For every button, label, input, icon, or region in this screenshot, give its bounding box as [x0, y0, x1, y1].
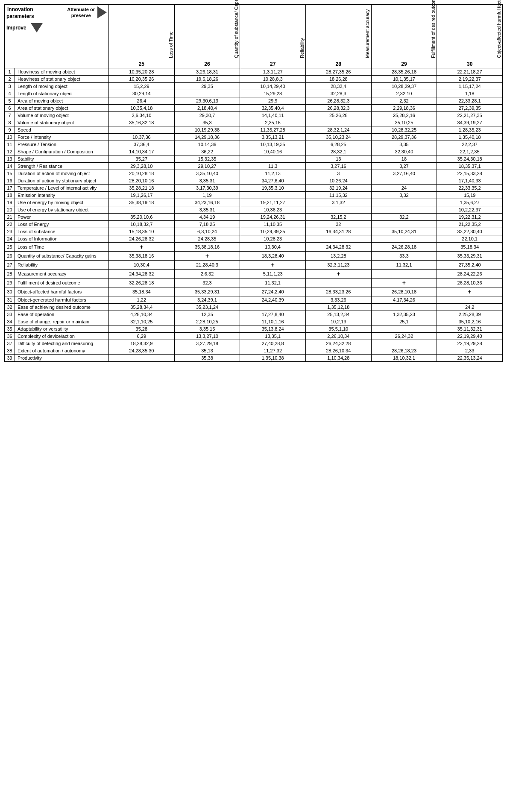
matrix-cell: 35,18,34: [437, 243, 503, 252]
matrix-cell: [371, 340, 437, 347]
row-number: 27: [5, 261, 15, 270]
matrix-cell: 10,14,29,40: [240, 83, 306, 90]
matrix-cell: 6,28,25: [305, 141, 371, 148]
matrix-cell: 21,28,40,3: [174, 261, 240, 270]
table-row: 11Pressure / Tension37,36,410,14,3610,13…: [5, 141, 503, 148]
col-header-30: Object-affected harmful factors: [437, 5, 503, 60]
matrix-cell: 22,10,1: [437, 235, 503, 243]
row-number: 24: [5, 235, 15, 243]
down-arrow-icon: [31, 23, 43, 32]
col-num-29: 29: [371, 60, 437, 68]
matrix-cell: 1,3,11,27: [240, 68, 306, 76]
matrix-cell: 10,2,13: [305, 318, 371, 325]
matrix-cell: 25,13,2,34: [305, 311, 371, 318]
matrix-cell: 29,9: [240, 97, 306, 105]
matrix-cell: 21,22,35,2: [437, 221, 503, 228]
matrix-cell: 24,2,40,39: [240, 296, 306, 304]
matrix-cell: 1,35,40,18: [437, 134, 503, 141]
row-label: Use of energy by moving object: [15, 199, 109, 206]
matrix-cell: +: [371, 278, 437, 287]
table-row: 7Volume of moving object2,6,34,1029,30,7…: [5, 112, 503, 119]
matrix-cell: [305, 235, 371, 243]
table-row: 3Length of moving object15,2,2929,3510,1…: [5, 83, 503, 90]
matrix-cell: 33,3: [371, 252, 437, 261]
matrix-cell: 10,35,4,18: [109, 105, 175, 112]
table-row: 21 Power35,20,10,64,34,1919,24,26,3132,1…: [5, 214, 503, 221]
matrix-cell: 35,10,2,16: [437, 318, 503, 325]
row-number: 1: [5, 68, 15, 76]
row-label: Ease of achieving desired outcome: [15, 304, 109, 311]
row-label: Use of energy by stationary object: [15, 206, 109, 214]
matrix-cell: 35,38,19,18: [109, 199, 175, 206]
matrix-cell: 14,1,40,11: [240, 112, 306, 119]
matrix-cell: 26,28,32,3: [305, 105, 371, 112]
matrix-cell: 24,28,35,30: [109, 347, 175, 355]
matrix-cell: 35,28: [109, 325, 175, 333]
table-row: 15Duration of action of moving object20,…: [5, 170, 503, 177]
matrix-cell: 1,19: [174, 192, 240, 199]
matrix-cell: 28,27,35,26: [305, 68, 371, 76]
matrix-cell: 1,35,6,27: [437, 199, 503, 206]
table-row: 6Area of stationary object10,35,4,182,18…: [5, 105, 503, 112]
matrix-cell: 29,35: [174, 83, 240, 90]
row-label: Loss of Information: [15, 235, 109, 243]
matrix-cell: 3,27,16: [305, 163, 371, 170]
matrix-cell: [109, 355, 175, 362]
table-row: 33Ease of operation4,28,10,3412,3517,27,…: [5, 311, 503, 318]
row-number: 22: [5, 221, 15, 228]
row-label: Emission intensity: [15, 192, 109, 199]
matrix-cell: 11,3: [240, 163, 306, 170]
matrix-cell: 3,35,13,21: [240, 134, 306, 141]
matrix-cell: 10,28,23: [240, 235, 306, 243]
matrix-cell: 11,32,1: [371, 261, 437, 270]
matrix-cell: 1,18: [437, 90, 503, 97]
matrix-cell: 10,28,32,25: [371, 126, 437, 134]
column-headers-row: Innovationparameters Attenuate orpreserv…: [5, 5, 503, 60]
row-label: Difficulty of detecting and measuring: [15, 340, 109, 347]
matrix-cell: 10,2,22,37: [437, 206, 503, 214]
table-row: 16Duration of action by stationary objec…: [5, 177, 503, 185]
attenuate-label: Attenuate orpreserve: [67, 6, 95, 19]
matrix-cell: 35,28,34,4: [109, 304, 175, 311]
matrix-cell: 30,29,14: [109, 90, 175, 97]
matrix-cell: 35,38,18,16: [174, 243, 240, 252]
matrix-cell: 33,22,30,40: [437, 228, 503, 235]
matrix-cell: 19,21,11,27: [240, 199, 306, 206]
row-label: Measurement accuracy: [15, 270, 109, 278]
matrix-cell: 1,35,10,38: [240, 355, 306, 362]
table-row: 31Object-generated harmful factors1,223,…: [5, 296, 503, 304]
matrix-cell: [109, 206, 175, 214]
row-number: 35: [5, 325, 15, 333]
table-row: 18Emission intensity19,1,26,171,1911,15,…: [5, 192, 503, 199]
table-row: 19Use of energy by moving object35,38,19…: [5, 199, 503, 206]
matrix-cell: 10,14,36: [174, 141, 240, 148]
row-label: Reliability: [15, 261, 109, 270]
matrix-cell: 35,24,30,18: [437, 155, 503, 163]
matrix-cell: 15,18,35,10: [109, 228, 175, 235]
matrix-cell: 19,35,3,10: [240, 185, 306, 192]
matrix-cell: 2,33: [437, 347, 503, 355]
matrix-cell: 14,10,34,17: [109, 148, 175, 155]
row-label: Heaviness of moving object: [15, 68, 109, 76]
table-row: 39Productivity35,381,35,10,381,10,34,281…: [5, 355, 503, 362]
matrix-cell: 22,19,29,28: [437, 340, 503, 347]
row-label: Stability: [15, 155, 109, 163]
matrix-cell: 2,26,10,34: [305, 333, 371, 340]
matrix-cell: 22,15,33,28: [437, 170, 503, 177]
matrix-cell: 35,16,32,18: [109, 119, 175, 126]
matrix-cell: 2,32,10: [371, 90, 437, 97]
row-number: 38: [5, 347, 15, 355]
table-row: 14Strength / Resistance29,3,28,1029,10,2…: [5, 163, 503, 170]
matrix-cell: 28,32,4: [305, 83, 371, 90]
matrix-cell: 3,27,29,18: [174, 340, 240, 347]
matrix-cell: 1,15,17,24: [437, 83, 503, 90]
matrix-cell: 4,28,10,34: [109, 311, 175, 318]
matrix-cell: 22,2,37: [437, 141, 503, 148]
matrix-cell: 35,28,21,18: [109, 185, 175, 192]
matrix-cell: 32,1,10,25: [109, 318, 175, 325]
matrix-cell: 37,36,4: [109, 141, 175, 148]
row-number: 36: [5, 333, 15, 340]
row-number: 26: [5, 252, 15, 261]
row-label: Shape / Configuration / Composition: [15, 148, 109, 155]
row-label: Extent of automation / autonomy: [15, 347, 109, 355]
